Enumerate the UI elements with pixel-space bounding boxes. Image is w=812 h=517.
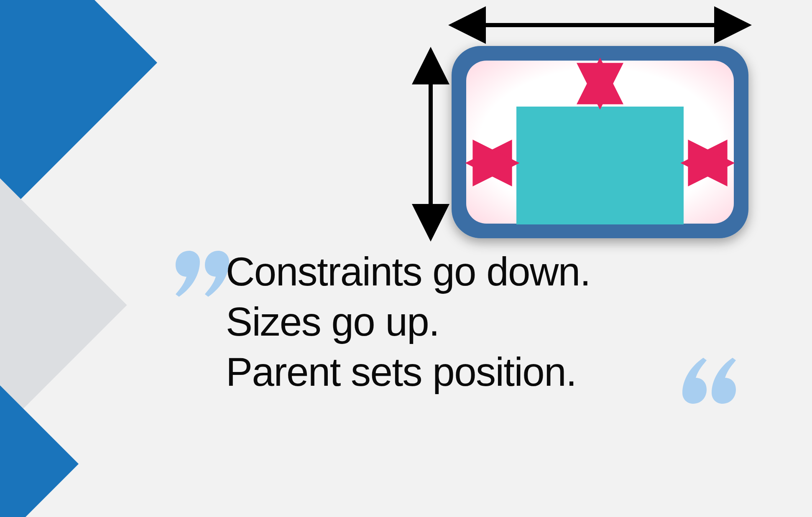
close-quote-icon [682,358,736,405]
constraints-diagram [401,17,757,251]
bg-shape-bottom-blue [0,381,79,517]
bg-shape-dark-blue [0,0,157,228]
child-box [516,107,684,224]
quote-line-1: Constraints go down. [226,247,748,297]
open-quote-icon [176,251,230,298]
quote-line-3: Parent sets position. [226,347,748,397]
quote-block: Constraints go down. Sizes go up. Parent… [184,242,748,397]
quote-line-2: Sizes go up. [226,297,748,347]
